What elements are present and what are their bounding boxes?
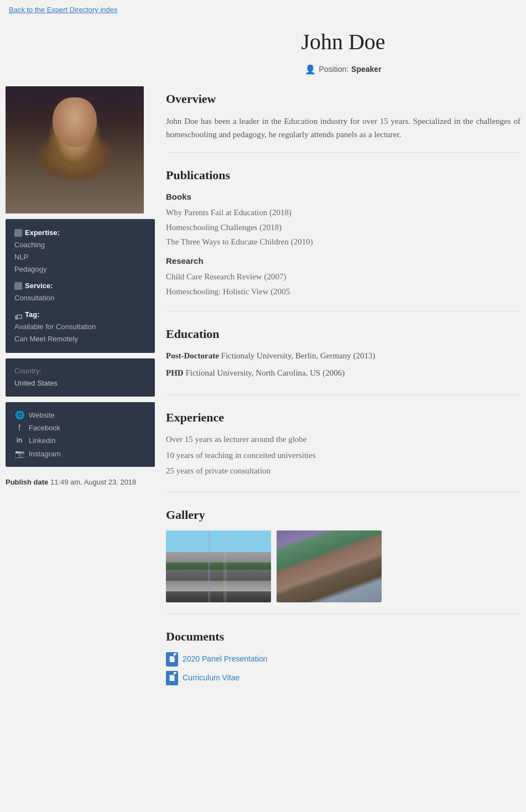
expertise-icon xyxy=(14,229,22,237)
gallery-image-1[interactable] xyxy=(166,530,271,602)
expertise-nlp: NLP xyxy=(14,251,146,263)
profile-photo xyxy=(6,86,144,214)
expertise-label: Expertise: xyxy=(14,227,146,239)
tag-icon: 🏷 xyxy=(14,311,22,319)
gallery-title: Gallery xyxy=(166,506,520,524)
social-box: 🌐 Website f Facebook in Linkedin 📷 Insta… xyxy=(6,402,155,467)
back-link[interactable]: Back to the Expert Directory index xyxy=(0,0,526,20)
publications-section: Publications Books Why Parents Fail at E… xyxy=(166,166,520,312)
expert-name: John Doe xyxy=(166,25,520,59)
doc-icon-1 xyxy=(166,652,178,667)
position-line: 👤 Position: Speaker xyxy=(166,63,520,76)
instagram-icon: 📷 xyxy=(14,449,24,459)
exp-1: Over 15 years as lecturer around the glo… xyxy=(166,433,520,446)
research-label: Research xyxy=(166,255,520,268)
expertise-coaching: Coaching xyxy=(14,239,146,251)
facebook-link[interactable]: f Facebook xyxy=(14,421,146,434)
instagram-link[interactable]: 📷 Instagram xyxy=(14,447,146,460)
publications-title: Publications xyxy=(166,166,520,184)
overview-title: Overview xyxy=(166,90,520,108)
education-section: Education Post-Doctorate Fictionaly Univ… xyxy=(166,325,520,395)
documents-section: Documents 2020 Panel Presentation Curric… xyxy=(166,627,520,701)
education-title: Education xyxy=(166,325,520,343)
overview-text: John Doe has been a leader in the Educat… xyxy=(166,114,520,141)
books-label: Books xyxy=(166,191,520,204)
doc-icon-2 xyxy=(166,671,178,685)
document-2[interactable]: Curriculum Vitae xyxy=(166,671,520,685)
position-icon: 👤 xyxy=(305,63,316,76)
experience-section: Experience Over 15 years as lecturer aro… xyxy=(166,408,520,492)
service-icon xyxy=(14,282,22,290)
tag-remote: Can Meet Remotely xyxy=(14,333,146,345)
tag-label: 🏷 Tag: xyxy=(14,309,146,321)
book-1: Why Parents Fail at Education (2018) xyxy=(166,206,520,219)
documents-title: Documents xyxy=(166,627,520,646)
edu-1: Post-Doctorate Fictionaly University, Be… xyxy=(166,350,520,362)
overview-section: Overview John Doe has been a leader in t… xyxy=(166,90,520,153)
research-2: Homeschooling: Holistic View (2005 xyxy=(166,285,520,298)
exp-2: 10 years of teaching in conceited univer… xyxy=(166,449,520,462)
service-label: Service: xyxy=(14,280,146,292)
linkedin-link[interactable]: in Linkedin xyxy=(14,434,146,447)
research-1: Child Care Research Review (2007) xyxy=(166,270,520,283)
linkedin-icon: in xyxy=(14,436,24,446)
country-label: Country: xyxy=(14,365,146,377)
facebook-icon: f xyxy=(14,423,24,433)
gallery-grid xyxy=(166,530,520,602)
exp-3: 25 years of private consultation xyxy=(166,465,520,477)
service-consultation: Consultation xyxy=(14,292,146,304)
website-link[interactable]: 🌐 Website xyxy=(14,409,146,421)
book-2: Homeschooling Challenges (2018) xyxy=(166,221,520,234)
country-box: Country: United States xyxy=(6,358,155,396)
info-box: Expertise: Coaching NLP Pedagogy Service… xyxy=(6,219,155,353)
sidebar: Expertise: Coaching NLP Pedagogy Service… xyxy=(6,20,155,714)
document-1[interactable]: 2020 Panel Presentation xyxy=(166,652,520,667)
country-value: United States xyxy=(14,377,146,389)
tag-available: Available for Consultation xyxy=(14,321,146,333)
experience-title: Experience xyxy=(166,408,520,426)
publish-date: Publish date 11:49 am, August 23, 2018 xyxy=(6,477,155,488)
edu-2: PHD Fictional University, North Carolina… xyxy=(166,367,520,379)
website-icon: 🌐 xyxy=(14,410,24,420)
gallery-section: Gallery xyxy=(166,506,520,614)
gallery-image-2[interactable] xyxy=(277,530,382,602)
book-3: The Three Ways to Educate Children (2010… xyxy=(166,236,520,248)
main-content: John Doe 👤 Position: Speaker Overview Jo… xyxy=(166,20,520,714)
expertise-pedagogy: Pedagogy xyxy=(14,263,146,275)
